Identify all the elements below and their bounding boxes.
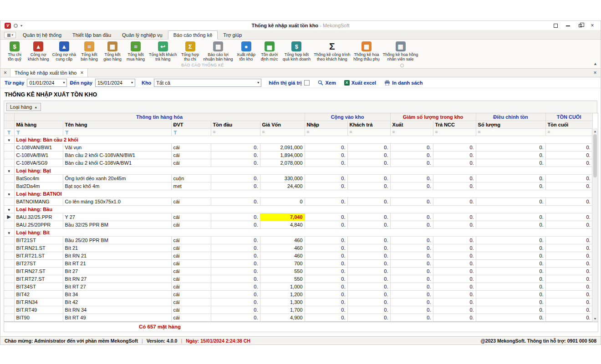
cell-khach_tra[interactable]: 0. — [347, 252, 390, 259]
cell-ton_cuoi[interactable]: 0. — [545, 267, 592, 275]
cell-name[interactable]: Bầu 32/25 PPR BM — [63, 221, 171, 228]
cell-nhap[interactable]: 0. — [305, 174, 347, 182]
dialog-launcher-icon[interactable] — [400, 64, 404, 67]
cell-so_luong[interactable]: 0. — [476, 236, 545, 244]
cell-ton_dau[interactable]: 0. — [211, 306, 260, 313]
cell-gia_von[interactable]: 1,000 — [260, 283, 305, 290]
cell-so_luong[interactable]: 0. — [476, 290, 545, 298]
table-row[interactable]: BIT34STBít RT 27cái0.1,0000.0.0.0.0.0. — [4, 283, 592, 290]
scrollbar-track[interactable] — [592, 134, 598, 316]
cell-gia_von[interactable]: 0 — [260, 197, 305, 205]
cell-ton_cuoi[interactable]: 0. — [545, 275, 592, 283]
cell-name[interactable]: Bít RT 49 — [63, 313, 171, 321]
cell-khach_tra[interactable]: 0. — [347, 174, 390, 182]
cell-xuat[interactable]: 0. — [390, 283, 433, 290]
cell-ton_cuoi[interactable]: 0. — [545, 151, 592, 159]
table-row[interactable]: BIT42Bít 34cái0.1,2000.0.0.0.0.0. — [4, 290, 592, 298]
cell-nhap[interactable]: 0. — [305, 267, 347, 275]
ribbon-tab-3[interactable]: Quản lý nghiệp vụ — [117, 30, 168, 39]
cell-nhap[interactable]: 0. — [305, 252, 347, 259]
scrollbar-thumb[interactable] — [593, 134, 597, 177]
cell-unit[interactable]: cái — [171, 290, 211, 298]
cell-gia_von[interactable]: 1,700 — [260, 306, 305, 313]
cell-so_luong[interactable]: 0. — [476, 182, 545, 190]
column-header-nhap[interactable]: Nhập — [305, 121, 347, 128]
cell-so_luong[interactable]: 0. — [476, 143, 545, 151]
cell-gia_von[interactable]: 4,840 — [260, 221, 305, 228]
filter-cell-unit[interactable] — [171, 128, 211, 136]
group-row[interactable]: ▾Loại hàng: Bầu — [4, 205, 592, 213]
cell-unit[interactable]: cái — [171, 244, 211, 252]
collapse-icon[interactable]: ▾ — [8, 138, 10, 142]
cell-ton_cuoi[interactable]: 0. — [545, 244, 592, 252]
cell-code[interactable]: BIT21ST — [14, 236, 63, 244]
cell-khach_tra[interactable]: 0. — [347, 143, 390, 151]
cell-tra_ncc[interactable]: 0. — [433, 221, 476, 228]
filter-cell-khach_tra[interactable]: = — [347, 128, 390, 136]
ribbon-button[interactable]: ▲Công nợ khách hàng — [26, 41, 51, 62]
cell-unit[interactable]: cái — [171, 267, 211, 275]
cell-ton_cuoi[interactable]: 0. — [545, 252, 592, 259]
cell-khach_tra[interactable]: 0. — [347, 267, 390, 275]
cell-ton_dau[interactable]: 0. — [211, 174, 260, 182]
cell-nhap[interactable]: 0. — [305, 313, 347, 321]
cell-ton_dau[interactable]: 0. — [211, 197, 260, 205]
cell-gia_von[interactable]: 460 — [260, 252, 305, 259]
cell-khach_tra[interactable]: 0. — [347, 259, 390, 267]
ribbon-button[interactable]: ΣTổng hợp thu chi — [179, 41, 202, 62]
cell-unit[interactable]: cái — [171, 298, 211, 306]
cell-code[interactable]: C-108VAN/BW1 — [14, 143, 63, 151]
table-row[interactable]: BIT.RN21.STBít 21cái0.4600.0.0.0.0.0. — [4, 244, 592, 252]
document-tab-close-icon[interactable]: × — [80, 70, 83, 76]
table-row[interactable]: BIT.RT21.STBít RN 21cái0.4600.0.0.0.0.0. — [4, 252, 592, 259]
table-row[interactable]: ▶BAU.32/25.PPRY 27cái0.7,0400.0.0.0.0.0. — [4, 213, 592, 221]
show-value-checkbox[interactable] — [304, 80, 310, 86]
cell-tra_ncc[interactable]: 0. — [433, 252, 476, 259]
minimize-button[interactable] — [565, 23, 570, 28]
column-header-name[interactable]: Tên hàng — [63, 121, 171, 128]
ribbon-tab-5[interactable]: Trợ giúp — [218, 30, 247, 39]
ribbon-button[interactable]: ▦Báo cáo lợi nhuận bán hàng — [202, 41, 234, 62]
cell-nhap[interactable]: 0. — [305, 290, 347, 298]
cell-ton_cuoi[interactable]: 0. — [545, 174, 592, 182]
cell-name[interactable]: Bạt sọc khổ 4m — [63, 182, 171, 190]
cell-ton_dau[interactable]: 0. — [211, 182, 260, 190]
cell-ton_dau[interactable]: 0. — [211, 159, 260, 167]
cell-tra_ncc[interactable]: 0. — [433, 259, 476, 267]
cell-khach_tra[interactable]: 0. — [347, 151, 390, 159]
cell-code[interactable]: BATNOIMANG — [14, 197, 63, 205]
cell-gia_von[interactable]: 24,400 — [260, 182, 305, 190]
restore-button[interactable] — [577, 23, 583, 28]
table-row[interactable]: BIT90Bít RT 49cái0.4,9000.0.0.0.0.0. — [4, 313, 592, 321]
cell-xuat[interactable]: 0. — [390, 252, 433, 259]
cell-nhap[interactable]: 0. — [305, 275, 347, 283]
cell-xuat[interactable]: 0. — [390, 244, 433, 252]
group-row[interactable]: ▾Loại hàng: BATNOI — [4, 190, 592, 197]
cell-tra_ncc[interactable]: 0. — [433, 151, 476, 159]
cell-tra_ncc[interactable]: 0. — [433, 244, 476, 252]
cell-so_luong[interactable]: 0. — [476, 252, 545, 259]
cell-unit[interactable]: cái — [171, 151, 211, 159]
from-date-input[interactable]: 01/01/2024 ▾ — [27, 79, 67, 87]
cell-nhap[interactable]: 0. — [305, 306, 347, 313]
cell-ton_cuoi[interactable]: 0. — [545, 143, 592, 151]
cell-so_luong[interactable]: 0. — [476, 244, 545, 252]
cell-name[interactable]: Bít 27 — [63, 267, 171, 275]
cell-ton_cuoi[interactable]: 0. — [545, 283, 592, 290]
cell-unit[interactable]: cái — [171, 306, 211, 313]
quick-access-circle-icon[interactable] — [14, 24, 18, 28]
cell-khach_tra[interactable]: 0. — [347, 298, 390, 306]
collapse-icon[interactable]: ▾ — [8, 169, 10, 173]
cell-gia_von[interactable]: 550 — [260, 275, 305, 283]
cell-ton_cuoi[interactable]: 0. — [545, 298, 592, 306]
cell-code[interactable]: BAU.32/25.PPR — [14, 213, 63, 221]
cell-nhap[interactable]: 0. — [305, 244, 347, 252]
cell-code[interactable]: C-108VA/BW1 — [14, 151, 63, 159]
cell-code[interactable]: BIT.RN34 — [14, 298, 63, 306]
cell-tra_ncc[interactable]: 0. — [433, 182, 476, 190]
print-button[interactable]: In danh sách — [384, 80, 423, 86]
cell-tra_ncc[interactable]: 0. — [433, 143, 476, 151]
cell-khach_tra[interactable]: 0. — [347, 221, 390, 228]
cell-nhap[interactable]: 0. — [305, 236, 347, 244]
filter-cell-tra_ncc[interactable]: = — [433, 128, 476, 136]
